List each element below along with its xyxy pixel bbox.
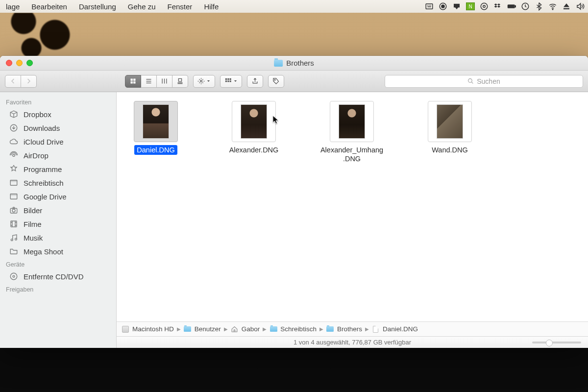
path-folder-icon [270, 326, 277, 333]
svg-point-35 [10, 273, 17, 280]
file-item[interactable]: Alexander_Umhang.DNG [322, 101, 381, 164]
file-item[interactable]: Alexander.DNG [224, 101, 283, 155]
action-button[interactable] [193, 75, 215, 88]
svg-rect-18 [230, 78, 231, 80]
film-icon [9, 220, 19, 228]
file-item[interactable]: Daniel.DNG [126, 101, 185, 155]
forward-button[interactable] [21, 75, 37, 88]
list-view-button[interactable] [141, 75, 157, 88]
file-grid[interactable]: Daniel.DNG Alexander.DNG Alexander_Umhan… [117, 92, 588, 321]
sidebar-section-header: Favoriten [0, 96, 116, 107]
svg-rect-6 [508, 5, 514, 8]
sidebar-item[interactable]: Entfernte CD/DVD [0, 270, 116, 283]
menu-item[interactable]: Bearbeiten [25, 2, 73, 11]
wifi-icon[interactable] [548, 2, 558, 11]
dropbox-status-icon[interactable] [493, 2, 503, 11]
folder-icon [274, 60, 283, 67]
battery-icon[interactable] [507, 2, 516, 11]
svg-point-2 [441, 5, 444, 8]
menu-item[interactable]: Hilfe [198, 2, 224, 11]
sidebar-item-label: Google Drive [24, 193, 67, 201]
back-button[interactable] [5, 75, 21, 88]
path-segment[interactable]: Schreibtisch [280, 325, 317, 333]
close-button[interactable] [6, 60, 12, 66]
column-view-button[interactable] [157, 75, 172, 88]
tags-button[interactable] [268, 75, 284, 88]
search-icon [467, 78, 474, 84]
svg-point-23 [468, 79, 472, 83]
sidebar-item[interactable]: iCloud Drive [0, 135, 116, 148]
search-field[interactable]: Suchen [385, 75, 583, 88]
zoom-slider[interactable] [532, 342, 581, 343]
timemachine-icon[interactable] [520, 2, 530, 11]
path-segment[interactable]: Gabor [242, 325, 260, 333]
sidebar-item-label: Mega Shoot [24, 247, 63, 256]
svg-point-22 [274, 79, 275, 80]
status-text: 1 von 4 ausgewählt, 776,87 GB verfügbar [294, 339, 411, 346]
airplay-icon[interactable] [452, 2, 462, 11]
content-area: Daniel.DNG Alexander.DNG Alexander_Umhan… [117, 92, 588, 348]
music-icon [9, 233, 19, 242]
window-titlebar[interactable]: Brothers [0, 56, 588, 71]
status-icons: N [424, 2, 588, 11]
sidebar-item[interactable]: Downloads [0, 121, 116, 135]
svg-rect-14 [178, 79, 181, 82]
sidebar-item-label: iCloud Drive [24, 138, 64, 146]
sidebar-item-label: Downloads [24, 124, 60, 132]
window-title: Brothers [274, 59, 314, 67]
sidebar-item[interactable]: Bilder [0, 203, 116, 217]
sidebar-item[interactable]: AirDrop [0, 148, 116, 162]
volume-icon[interactable] [575, 2, 585, 11]
box-icon [9, 110, 19, 119]
svg-point-34 [15, 238, 17, 240]
sidebar-item[interactable]: Musik [0, 231, 116, 245]
menu-item[interactable]: Fenster [162, 2, 198, 11]
sidebar-item[interactable]: Google Drive [0, 190, 116, 203]
sidebar-item[interactable]: Mega Shoot [0, 245, 116, 258]
coverflow-view-button[interactable] [172, 75, 188, 88]
sidebar-item[interactable]: Filme [0, 217, 116, 231]
file-item[interactable]: Wand.DNG [420, 101, 479, 155]
svg-rect-13 [133, 81, 135, 83]
svg-rect-32 [11, 221, 17, 227]
sidebar-section-header: Freigaben [0, 283, 116, 294]
path-segment[interactable]: Daniel.DNG [383, 325, 418, 333]
file-name: Alexander_Umhang.DNG [318, 145, 386, 164]
sidebar-item[interactable]: Dropbox [0, 107, 116, 121]
sidebar: FavoritenDropboxDownloadsiCloud DriveAir… [0, 92, 117, 348]
sidebar-item-label: Dropbox [24, 110, 51, 119]
menu-item[interactable]: lage [0, 2, 25, 11]
eject-icon[interactable] [562, 2, 571, 11]
arrange-button[interactable] [220, 75, 242, 88]
file-thumbnail [330, 101, 374, 142]
menu-item[interactable]: Darstellung [73, 2, 122, 11]
sidebar-section-header: Geräte [0, 258, 116, 270]
download-icon [9, 123, 19, 132]
app-menus: lage Bearbeiten Darstellung Gehe zu Fens… [0, 2, 224, 11]
camera-icon [9, 206, 19, 215]
input-source-icon[interactable] [424, 2, 434, 11]
share-button[interactable] [247, 75, 263, 88]
path-doc-icon [372, 326, 380, 333]
file-thumbnail [428, 101, 472, 142]
svg-rect-10 [131, 79, 133, 81]
sidebar-item-label: Filme [24, 220, 42, 228]
bluetooth-icon[interactable] [534, 2, 544, 11]
minimize-button[interactable] [16, 60, 23, 66]
path-segment[interactable]: Macintosh HD [132, 325, 174, 333]
svg-point-9 [552, 9, 553, 10]
path-segment[interactable]: Brothers [337, 325, 362, 333]
sidebar-item-label: AirDrop [24, 151, 49, 160]
sidebar-item-label: Entfernte CD/DVD [24, 272, 84, 281]
svg-point-3 [481, 3, 488, 10]
fullscreen-button[interactable] [26, 60, 33, 66]
sidebar-item[interactable]: Schreibtisch [0, 176, 116, 190]
menu-item[interactable]: Gehe zu [122, 2, 162, 11]
sync-icon[interactable] [479, 2, 489, 11]
app-status-icon[interactable]: N [466, 2, 475, 11]
sidebar-item[interactable]: Programme [0, 162, 116, 176]
record-icon[interactable] [438, 2, 448, 11]
svg-point-25 [13, 154, 15, 157]
icon-view-button[interactable] [125, 75, 141, 88]
path-segment[interactable]: Benutzer [195, 325, 221, 333]
